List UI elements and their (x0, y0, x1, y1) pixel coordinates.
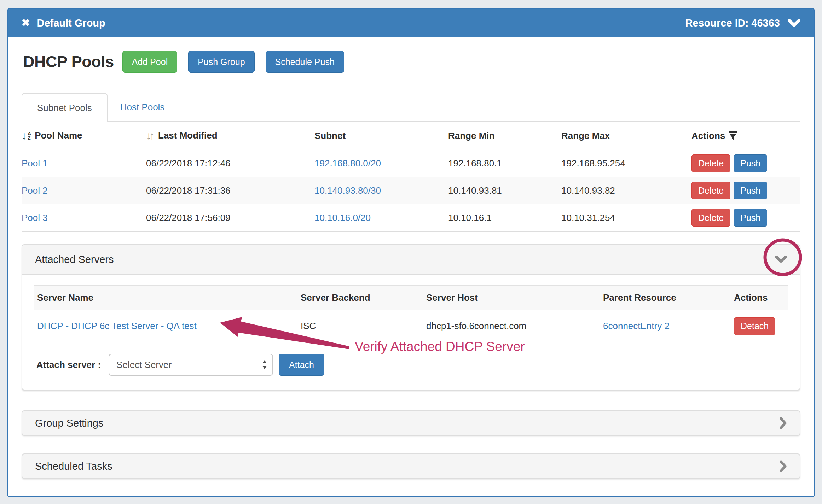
column-last-modified[interactable]: ↓↑ Last Modified (146, 122, 314, 150)
table-row: Pool 1 06/22/2018 17:12:46 192.168.80.0/… (22, 150, 800, 177)
scheduled-tasks-title: Scheduled Tasks (35, 461, 112, 472)
delete-button[interactable]: Delete (691, 209, 730, 227)
table-row: DHCP - DHCP 6c Test Server - QA test ISC… (34, 310, 788, 342)
subnet-link[interactable]: 10.140.93.80/30 (314, 185, 381, 196)
column-server-actions: Actions (734, 286, 788, 310)
pool-name-link[interactable]: Pool 1 (22, 158, 48, 169)
chevron-down-icon[interactable] (775, 256, 787, 263)
attach-server-label: Attach server : (36, 359, 101, 370)
page: ✖ Default Group Resource ID: 46363 DHCP … (0, 0, 822, 504)
column-parent-resource: Parent Resource (603, 286, 734, 310)
range-max-cell: 10.140.93.82 (561, 177, 691, 204)
delete-button[interactable]: Delete (691, 182, 730, 199)
chevron-right-icon (779, 460, 787, 472)
range-min-cell: 10.140.93.81 (448, 177, 561, 204)
group-settings-title: Group Settings (35, 417, 103, 429)
attached-servers-header[interactable]: Attached Servers (22, 245, 800, 275)
push-button[interactable]: Push (734, 154, 767, 172)
resource-id-label: Resource ID: 46363 (685, 17, 780, 29)
add-pool-button[interactable]: Add Pool (122, 51, 177, 73)
last-modified-cell: 06/22/2018 17:31:36 (146, 177, 314, 204)
group-header-bar: ✖ Default Group Resource ID: 46363 (8, 9, 814, 37)
subnet-link[interactable]: 10.10.16.0/20 (314, 212, 371, 223)
subnet-link[interactable]: 192.168.80.0/20 (314, 158, 381, 169)
column-range-max: Range Max (561, 122, 691, 150)
column-server-host: Server Host (426, 286, 603, 310)
chevron-right-icon (779, 417, 787, 429)
pools-table-header-row: ↓ AZ Pool Name ↓↑ Last Mo (22, 122, 800, 150)
attach-server-row: Attach server : Select Server Attach (34, 354, 788, 376)
parent-resource-link[interactable]: 6connectEntry 2 (603, 321, 670, 331)
push-button[interactable]: Push (734, 182, 767, 199)
table-row: Pool 3 06/22/2018 17:56:09 10.10.16.0/20… (22, 204, 800, 232)
column-pool-name[interactable]: ↓ AZ Pool Name (22, 122, 146, 150)
range-max-cell: 10.10.31.254 (561, 204, 691, 232)
attached-servers-table: Server Name Server Backend Server Host P… (34, 285, 788, 342)
range-min-cell: 192.168.80.1 (448, 150, 561, 177)
server-name-link[interactable]: DHCP - DHCP 6c Test Server - QA test (37, 321, 197, 331)
column-server-backend: Server Backend (301, 286, 426, 310)
sort-up-down-icon[interactable]: ↓↑ (146, 130, 155, 141)
pools-tabs: Subnet Pools Host Pools (22, 93, 800, 122)
pool-name-link[interactable]: Pool 3 (22, 212, 48, 223)
scheduled-tasks-panel[interactable]: Scheduled Tasks (22, 453, 800, 479)
column-actions: Actions (691, 122, 800, 150)
column-server-name: Server Name (34, 286, 301, 310)
close-icon[interactable]: ✖ (22, 18, 30, 28)
default-group-card: ✖ Default Group Resource ID: 46363 DHCP … (7, 8, 815, 497)
pool-name-link[interactable]: Pool 2 (22, 185, 48, 196)
server-table-header-row: Server Name Server Backend Server Host P… (34, 286, 788, 310)
attached-servers-title: Attached Servers (35, 254, 114, 265)
annotation-text: Verify Attached DHCP Server (355, 339, 525, 354)
select-stepper-icon (262, 359, 267, 370)
delete-button[interactable]: Delete (691, 154, 730, 172)
column-range-min: Range Min (448, 122, 561, 150)
column-subnet: Subnet (314, 122, 448, 150)
tab-host-pools[interactable]: Host Pools (108, 93, 178, 121)
select-server-value: Select Server (116, 359, 172, 370)
attached-servers-panel: Attached Servers Server Name Server (22, 244, 800, 391)
push-button[interactable]: Push (734, 209, 767, 227)
schedule-push-button[interactable]: Schedule Push (266, 51, 344, 73)
title-row: DHCP Pools Add Pool Push Group Schedule … (22, 51, 800, 73)
tab-subnet-pools[interactable]: Subnet Pools (22, 93, 108, 122)
header-chevron-down-icon[interactable] (788, 19, 800, 27)
last-modified-cell: 06/22/2018 17:12:46 (146, 150, 314, 177)
sort-alpha-icon[interactable]: ↓ AZ (22, 130, 31, 141)
select-server-dropdown[interactable]: Select Server (109, 354, 273, 376)
group-header-left: ✖ Default Group (22, 17, 105, 29)
push-group-button[interactable]: Push Group (188, 51, 254, 73)
pools-table: ↓ AZ Pool Name ↓↑ Last Mo (22, 122, 800, 232)
server-backend-cell: ISC (301, 310, 426, 342)
range-max-cell: 192.168.95.254 (561, 150, 691, 177)
group-title: Default Group (37, 17, 105, 29)
attach-button[interactable]: Attach (279, 354, 324, 376)
filter-funnel-icon[interactable] (729, 131, 737, 140)
server-host-cell: dhcp1-sfo.6connect.com (426, 310, 603, 342)
last-modified-cell: 06/22/2018 17:56:09 (146, 204, 314, 232)
range-min-cell: 10.10.16.1 (448, 204, 561, 232)
group-settings-panel[interactable]: Group Settings (22, 410, 800, 436)
page-title: DHCP Pools (23, 53, 114, 71)
attached-servers-body: Server Name Server Backend Server Host P… (22, 275, 800, 390)
table-row: Pool 2 06/22/2018 17:31:36 10.140.93.80/… (22, 177, 800, 204)
group-header-right: Resource ID: 46363 (685, 17, 800, 29)
detach-button[interactable]: Detach (734, 317, 775, 335)
